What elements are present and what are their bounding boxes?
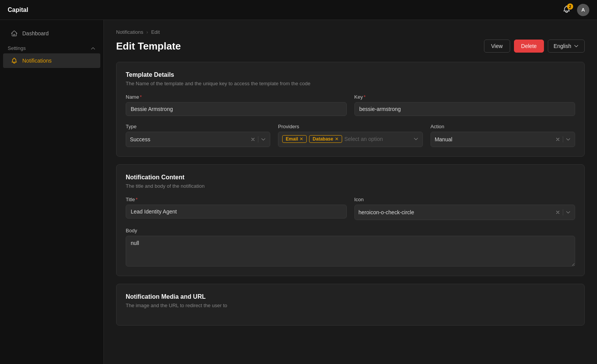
chevron-up-icon [90,46,96,51]
main-layout: Dashboard Settings Notifications Notific… [0,20,597,364]
breadcrumb-separator: › [146,29,148,35]
type-chevron-icon[interactable] [261,137,266,142]
home-icon [11,30,18,37]
action-chevron-icon[interactable] [565,137,571,142]
action-select-controls [555,136,571,142]
app-logo: Capital [8,7,28,13]
providers-tags: Email ✕ Database ✕ Select an option [282,135,411,143]
notif-title-input[interactable] [126,205,347,218]
type-group: Type Success [126,124,270,147]
icon-label: Icon [354,197,575,202]
notification-media-card: Notification Media and URL The image and… [116,284,585,326]
delete-button[interactable]: Delete [514,40,544,53]
breadcrumb-edit: Edit [151,29,160,35]
action-label: Action [431,124,575,129]
sidebar-settings-section[interactable]: Settings [0,41,103,53]
database-tag-label: Database [313,136,333,142]
header-actions: View Delete English [484,40,585,53]
template-details-desc: The Name of the template and the unique … [126,81,575,86]
page-header: Edit Template View Delete English [116,40,585,53]
notification-content-card: Notification Content The title and body … [116,164,585,276]
sidebar-item-notifications[interactable]: Notifications [3,53,100,68]
sidebar-item-dashboard[interactable]: Dashboard [3,26,100,41]
bell-sidebar-icon [11,57,18,64]
breadcrumb: Notifications › Edit [116,29,585,35]
icon-divider [563,209,563,215]
database-tag-remove[interactable]: ✕ [335,136,339,142]
providers-chevron-icon[interactable] [413,136,419,142]
providers-label: Providers [278,124,422,129]
notification-badge: 2 [567,3,573,10]
notification-media-desc: The image and the URL to redirect the us… [126,303,575,308]
settings-label: Settings [8,45,26,51]
name-group: Name* [126,94,347,116]
notif-title-group: Title* [126,197,347,220]
sidebar-item-notifications-label: Notifications [22,58,52,64]
icon-select-controls [555,209,571,215]
icon-chevron-icon[interactable] [565,210,571,215]
key-input[interactable] [354,102,575,116]
type-providers-action-row: Type Success Providers [126,124,575,147]
sidebar: Dashboard Settings Notifications [0,20,104,364]
title-icon-row: Title* Icon heroicon-o-check-circle [126,197,575,220]
providers-placeholder: Select an option [344,136,411,142]
title-required: * [136,197,138,202]
database-tag: Database ✕ [309,135,342,143]
name-label: Name* [126,94,347,100]
action-value: Manual [435,136,452,142]
key-required: * [364,94,366,100]
main-content: Notifications › Edit Edit Template View … [104,20,597,364]
icon-group: Icon heroicon-o-check-circle [354,197,575,220]
notif-title-label: Title* [126,197,347,202]
action-select[interactable]: Manual [431,132,575,147]
name-input[interactable] [126,102,347,116]
body-textarea[interactable]: null [126,236,575,266]
language-button[interactable]: English [548,40,585,53]
action-clear-icon[interactable] [555,137,560,142]
icon-value: heroicon-o-check-circle [359,209,555,215]
language-label: English [554,43,571,49]
type-divider [258,136,258,142]
body-group: Body null [126,228,575,266]
body-label: Body [126,228,575,233]
notification-media-title: Notification Media and URL [126,293,575,300]
icon-select[interactable]: heroicon-o-check-circle [354,205,575,220]
topnav: Capital 2 A [0,0,597,20]
email-tag: Email ✕ [282,135,307,143]
chevron-down-icon [574,43,579,49]
breadcrumb-notifications[interactable]: Notifications [116,29,143,35]
providers-select[interactable]: Email ✕ Database ✕ Select an option [278,132,422,147]
name-key-row: Name* Key* [126,94,575,116]
notification-content-desc: The title and body of the notification [126,183,575,189]
email-tag-remove[interactable]: ✕ [299,136,303,142]
template-details-card: Template Details The Name of the templat… [116,62,585,157]
type-select-controls [250,136,266,142]
type-clear-icon[interactable] [250,137,256,142]
email-tag-label: Email [286,136,298,142]
providers-group: Providers Email ✕ Database ✕ Select an [278,124,422,147]
icon-clear-icon[interactable] [555,210,560,215]
action-divider [563,136,563,142]
topnav-actions: 2 A [562,4,589,16]
sidebar-item-dashboard-label: Dashboard [22,30,49,36]
template-details-title: Template Details [126,71,575,78]
action-group: Action Manual [431,124,575,147]
type-label: Type [126,124,270,129]
notification-bell[interactable]: 2 [562,5,571,15]
key-group: Key* [354,94,575,116]
page-title: Edit Template [116,40,181,52]
view-button[interactable]: View [484,40,510,53]
type-select[interactable]: Success [126,132,270,147]
name-required: * [140,94,142,100]
avatar[interactable]: A [577,4,589,16]
type-value: Success [130,136,150,142]
key-label: Key* [354,94,575,100]
notification-content-title: Notification Content [126,174,575,181]
